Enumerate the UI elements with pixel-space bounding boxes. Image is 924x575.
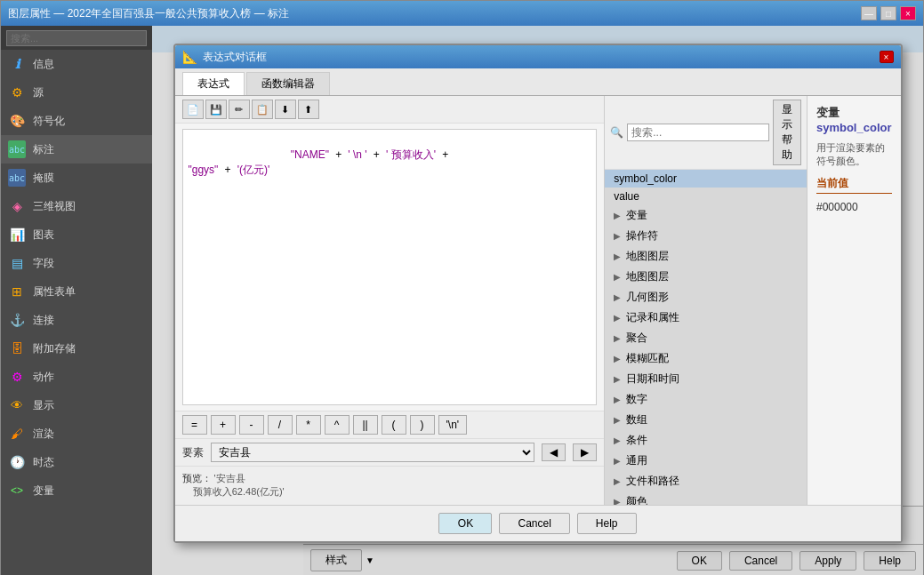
sidebar-item-3dview[interactable]: ◈ 三维视图 (1, 192, 152, 220)
op-power[interactable]: ^ (325, 415, 350, 435)
expr-cancel-button[interactable]: Cancel (499, 513, 569, 534)
sidebar-item-join[interactable]: ⚓ 连接 (1, 306, 152, 334)
fn-item-recattr[interactable]: ▶ 记录和属性 (605, 307, 807, 328)
fn-label-aggregate: 聚合 (626, 331, 647, 346)
fn-arrow-geometry: ▶ (614, 292, 621, 302)
fn-item-condition[interactable]: ▶ 条件 (605, 430, 807, 451)
sidebar-item-variable[interactable]: <> 变量 (1, 476, 152, 505)
sidebar-item-info[interactable]: ℹ 信息 (1, 50, 152, 78)
import-expression-button[interactable]: ⬇ (275, 100, 296, 119)
maximize-button[interactable]: □ (880, 6, 896, 20)
sidebar-item-label-label: 标注 (33, 142, 54, 157)
sidebar-item-display[interactable]: 👁 显示 (1, 391, 152, 419)
fn-item-maplayer1[interactable]: ▶ 地图图层 (605, 246, 807, 267)
fn-arrow-operator: ▶ (614, 231, 621, 241)
fn-item-datetime[interactable]: ▶ 日期和时间 (605, 369, 807, 389)
fn-item-value[interactable]: value (605, 188, 807, 205)
op-equals[interactable]: = (182, 415, 207, 435)
tab-expression[interactable]: 表达式 (182, 72, 245, 95)
sidebar-item-chart[interactable]: 📊 图表 (1, 220, 152, 249)
sidebar-item-label-variable: 变量 (33, 483, 54, 499)
op-rparen[interactable]: ) (410, 415, 435, 435)
expression-code-area[interactable]: "NAME" + ' \n ' + ' 预算收入' + "ggys" + '(亿… (182, 129, 598, 405)
fn-item-maplayer2[interactable]: ▶ 地图图层 (605, 267, 807, 287)
fn-arrow-condition: ▶ (614, 435, 621, 445)
expr-editor-panel: 📄 💾 ✏ 📋 ⬇ ⬆ "NAME" + ' \n ' + ' 预算收入' + … (175, 96, 606, 505)
info-icon: ℹ (8, 55, 26, 73)
fn-label-datetime: 日期和时间 (626, 371, 679, 387)
sidebar-item-label-time: 时态 (33, 455, 54, 470)
content-area: 行高 1.00 行 字体 明朝标注位单 样式 ▼ OK Cancel Apply… (152, 26, 923, 575)
sidebar-item-render[interactable]: 🖌 渲染 (1, 419, 152, 448)
edit-expression-button[interactable]: ✏ (229, 100, 250, 119)
fn-item-filepath[interactable]: ▶ 文件和路径 (605, 471, 807, 491)
main-window: 图层属性 — 2022年全国百强县一般公共预算收入榜 — 标注 — □ × ℹ … (0, 0, 924, 575)
sidebar-item-attrtable[interactable]: ⊞ 属性表单 (1, 277, 152, 306)
sidebar-item-label-auxstore: 附加存储 (33, 341, 76, 356)
sidebar: ℹ 信息 ⚙ 源 🎨 符号化 abc 标注 abc 掩膜 ◈ 三维视图 (1, 26, 152, 575)
op-divide[interactable]: / (268, 415, 293, 435)
fn-item-number[interactable]: ▶ 数字 (605, 389, 807, 410)
sidebar-item-label-join: 连接 (33, 313, 54, 328)
element-select[interactable]: 安吉县 (211, 443, 535, 462)
expr-help-button[interactable]: Help (577, 513, 637, 534)
render-icon: 🖌 (8, 425, 26, 443)
sidebar-item-mask[interactable]: abc 掩膜 (1, 164, 152, 192)
fn-item-aggregate[interactable]: ▶ 聚合 (605, 328, 807, 348)
minimize-button[interactable]: — (861, 6, 877, 20)
fn-item-symbol-color[interactable]: symbol_color (605, 170, 807, 188)
fn-label-variable: 变量 (626, 208, 647, 223)
sidebar-item-time[interactable]: 🕐 时态 (1, 448, 152, 476)
save-expression-button[interactable]: 💾 (205, 100, 227, 119)
export-expression-button[interactable]: ⬆ (298, 100, 319, 119)
fn-item-fuzzy[interactable]: ▶ 模糊匹配 (605, 348, 807, 369)
sidebar-item-action[interactable]: ⚙ 动作 (1, 363, 152, 391)
new-expression-button[interactable]: 📄 (182, 100, 204, 119)
threed-icon: ◈ (8, 197, 26, 215)
sidebar-item-source[interactable]: ⚙ 源 (1, 78, 152, 107)
op-plus[interactable]: + (211, 415, 236, 435)
sidebar-item-label-attrtable: 属性表单 (33, 284, 76, 299)
expression-dialog: 📐 表达式对话框 × 表达式 函数编辑器 (173, 44, 903, 543)
tab-function-editor[interactable]: 函数编辑器 (246, 72, 330, 95)
fn-arrow-datetime: ▶ (614, 374, 621, 384)
sidebar-item-auxstore[interactable]: 🗄 附加存储 (1, 334, 152, 363)
function-list: symbol_color value ▶ 变量 ▶ (605, 170, 807, 505)
fn-label-value: value (614, 190, 639, 203)
sidebar-item-symbol[interactable]: 🎨 符号化 (1, 107, 152, 135)
expr-ok-button[interactable]: OK (438, 513, 492, 534)
copy-expression-button[interactable]: 📋 (252, 100, 273, 119)
sidebar-item-label[interactable]: abc 标注 (1, 135, 152, 164)
function-search-input[interactable] (627, 124, 769, 141)
main-titlebar-right: — □ × (861, 6, 916, 20)
next-element-button[interactable]: ▶ (573, 443, 597, 461)
sidebar-search-input[interactable] (6, 30, 147, 46)
expr-toolbar: 📄 💾 ✏ 📋 ⬇ ⬆ (175, 96, 605, 124)
op-newline[interactable]: '\n' (438, 415, 468, 435)
fn-item-general[interactable]: ▶ 通用 (605, 451, 807, 471)
fn-item-color[interactable]: ▶ 颜色 (605, 491, 807, 505)
fn-arrow-maplayer1: ▶ (614, 252, 621, 261)
op-minus[interactable]: - (239, 415, 264, 435)
fn-item-operator[interactable]: ▶ 操作符 (605, 226, 807, 246)
fn-item-variable[interactable]: ▶ 变量 (605, 205, 807, 226)
fn-item-geometry[interactable]: ▶ 几何图形 (605, 287, 807, 307)
main-title: 图层属性 — 2022年全国百强县一般公共预算收入榜 — 标注 (8, 6, 289, 21)
fn-label-geometry: 几何图形 (626, 290, 669, 305)
expr-close-button[interactable]: × (880, 51, 894, 63)
var-description: 用于渲染要素的符号颜色。 (816, 141, 892, 169)
main-body: ℹ 信息 ⚙ 源 🎨 符号化 abc 标注 abc 掩膜 ◈ 三维视图 (1, 26, 923, 575)
sidebar-item-label-symbol: 符号化 (33, 114, 65, 129)
fn-label-maplayer2: 地图图层 (626, 269, 669, 284)
close-button[interactable]: × (900, 6, 916, 20)
sidebar-item-field[interactable]: ▤ 字段 (1, 249, 152, 277)
op-concat[interactable]: || (353, 415, 378, 435)
op-lparen[interactable]: ( (382, 415, 406, 435)
fn-arrow-variable: ▶ (614, 211, 621, 220)
prev-element-button[interactable]: ◀ (542, 443, 566, 461)
op-multiply[interactable]: * (296, 415, 321, 435)
display-icon: 👁 (8, 396, 26, 414)
show-help-button[interactable]: 显示帮助 (773, 100, 801, 165)
fn-label-maplayer1: 地图图层 (626, 249, 669, 264)
fn-item-array[interactable]: ▶ 数组 (605, 410, 807, 430)
